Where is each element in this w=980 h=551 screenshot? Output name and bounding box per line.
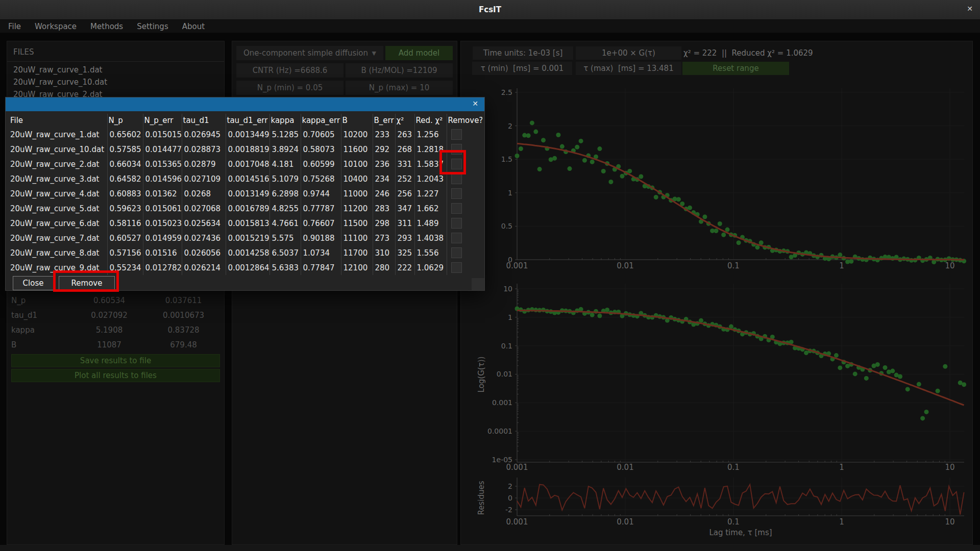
svg-text:10: 10	[945, 517, 954, 527]
menu-item-workspace[interactable]: Workspace	[35, 22, 77, 31]
fit-table-value-cell: 0.015015	[143, 127, 182, 142]
fit-table-value-cell: 0.02879	[182, 157, 226, 171]
residuals-ylabel: Residues	[477, 481, 486, 515]
file-list-item[interactable]: 20uW_raw_curve_10.dat	[7, 76, 224, 88]
g-scale-field[interactable]: 1e+00 × G(τ)	[576, 46, 681, 60]
fit-table-row: 20uW_raw_curve_2.dat0.660340.0153650.028…	[9, 157, 482, 171]
fit-table-file-cell: 20uW_raw_curve_1.dat	[9, 127, 107, 142]
fit-table-value-cell: 234	[373, 171, 395, 186]
fit-table-value-cell: 4.7661	[270, 216, 301, 231]
result-param-error: 679.48	[147, 338, 220, 353]
fit-table-value-cell: 298	[373, 216, 395, 231]
fit-table-value-cell: 1.0734	[301, 245, 341, 260]
plot-all-results-button[interactable]: Plot all results to files	[11, 369, 220, 382]
chi-squared-readout: χ² = 222 || Reduced χ² = 1.0629	[683, 46, 813, 60]
remove-checkbox-row-8[interactable]	[451, 233, 462, 243]
remove-checkbox-row-4[interactable]	[451, 173, 462, 184]
fit-table-value-cell: 0.015061	[143, 201, 182, 216]
svg-text:0.0001: 0.0001	[487, 427, 512, 435]
file-list-item[interactable]: 20uW_raw_curve_1.dat	[7, 64, 224, 76]
fit-table-value-cell: 0.015023	[143, 216, 182, 231]
dialog-resize-grip[interactable]	[472, 278, 484, 290]
fit-table-value-cell: 0.60527	[107, 231, 143, 245]
fit-table-value-cell: 0.027068	[182, 201, 226, 216]
menu-item-settings[interactable]: Settings	[137, 22, 168, 31]
save-results-button[interactable]: Save results to file	[11, 354, 220, 367]
svg-text:0.1: 0.1	[727, 463, 740, 472]
fit-table-value-cell: 280	[373, 260, 395, 275]
svg-text:0.001: 0.001	[492, 398, 512, 407]
window-close-icon[interactable]: ✕	[967, 5, 973, 12]
plot-panel: Time units: 1e-03 [s] 1e+00 × G(τ) χ² = …	[460, 41, 973, 545]
fit-table-value-cell: 233	[373, 127, 395, 142]
fit-table-value-cell: 252	[395, 171, 414, 186]
fit-table-value-cell: 0.90188	[301, 231, 341, 245]
np-min-field[interactable]: N_p (min) = 0.05	[236, 81, 344, 95]
close-button[interactable]: Close	[13, 276, 54, 290]
add-model-button[interactable]: Add model	[385, 46, 453, 60]
fit-table-value-cell: 11100	[341, 231, 373, 245]
fit-table-column-header: Remove?	[447, 114, 482, 127]
fit-table-column-header: B	[341, 114, 373, 127]
result-param-name: kappa	[11, 323, 71, 338]
remove-checkbox-row-10[interactable]	[451, 262, 462, 273]
fit-table-value-cell: 0.026214	[182, 260, 226, 275]
fit-table-value-cell: 1.4038	[414, 231, 447, 245]
fit-table-value-cell: 11500	[341, 216, 373, 231]
remove-checkbox-row-9[interactable]	[451, 247, 462, 258]
svg-text:2: 2	[508, 122, 512, 130]
menu-item-file[interactable]: File	[8, 22, 21, 31]
fit-table-value-cell: 0.77787	[301, 201, 341, 216]
cntr-field[interactable]: CNTR (Hz) =6688.6	[236, 63, 344, 78]
fit-table-value-cell: 4.8255	[270, 201, 301, 216]
model-param-row-2: N_p (min) = 0.05 N_p (max) = 10	[236, 81, 453, 95]
fit-table-value-cell: 1.556	[414, 245, 447, 260]
fit-table-column-header: kappa_err	[301, 114, 341, 127]
fit-table-value-cell: 0.0018819	[226, 142, 270, 157]
fit-table-remove-cell	[447, 245, 482, 260]
residuals-plot: 20-20.0010.010.1110ResiduesLag time, τ […	[477, 478, 964, 537]
remove-checkbox-row-1[interactable]	[451, 129, 462, 140]
brightness-field[interactable]: B (Hz/MOL) =12109	[346, 63, 453, 78]
svg-text:0.001: 0.001	[506, 261, 528, 270]
svg-text:0.1: 0.1	[727, 517, 740, 527]
fit-table-column-header: File	[9, 114, 107, 127]
dialog-close-icon[interactable]: ✕	[472, 100, 478, 107]
fit-table-value-cell: 0.0015813	[226, 216, 270, 231]
dialog-titlebar[interactable]: ✕	[6, 97, 484, 111]
result-param-error: 0.83728	[147, 323, 220, 338]
fit-results-block: N_p0.605340.037611tau_d10.0270920.001067…	[7, 293, 224, 382]
fit-table-value-cell: 0.0015219	[226, 231, 270, 245]
model-param-row-1: CNTR (Hz) =6688.6 B (Hz/MOL) =12109	[236, 63, 453, 78]
remove-checkbox-row-7[interactable]	[451, 218, 462, 229]
svg-text:2: 2	[508, 482, 512, 490]
fit-table-value-cell: 236	[373, 157, 395, 171]
window-titlebar[interactable]: FcsIT ✕	[0, 0, 980, 20]
fit-table-row: 20uW_raw_curve_8.dat0.571560.015160.0260…	[9, 245, 482, 260]
fit-table-value-cell: 0.012782	[143, 260, 182, 275]
fit-table-value-cell: 5.1079	[270, 171, 301, 186]
fit-table-value-cell: 293	[395, 231, 414, 245]
svg-text:10: 10	[945, 463, 954, 472]
correlation-plots[interactable]: 2.521.510.500.0010.010.11101010.10.010.0…	[461, 72, 973, 545]
fit-table-value-cell: 0.77847	[301, 260, 341, 275]
fit-table-value-cell: 325	[395, 245, 414, 260]
menu-item-methods[interactable]: Methods	[90, 22, 123, 31]
remove-checkbox-row-5[interactable]	[451, 188, 462, 199]
np-max-field[interactable]: N_p (max) = 10	[346, 81, 453, 95]
menu-item-about[interactable]: About	[182, 22, 205, 31]
fit-table-value-cell: 0.64582	[107, 171, 143, 186]
remove-checkbox-row-6[interactable]	[451, 203, 462, 214]
fit-table-value-cell: 0.0013149	[226, 186, 270, 201]
fit-table-remove-cell	[447, 127, 482, 142]
fit-table-value-cell: 331	[395, 157, 414, 171]
files-panel-title: FILES	[7, 41, 224, 62]
model-select[interactable]: One-component simple diffusion ▼	[236, 46, 383, 60]
result-row: tau_d10.0270920.0010673	[11, 308, 220, 323]
time-units-field[interactable]: Time units: 1e-03 [s]	[473, 46, 573, 60]
fit-table-value-cell: 0.58073	[301, 142, 341, 157]
fit-table-column-header: N_p	[107, 114, 143, 127]
svg-text:10: 10	[503, 285, 512, 293]
svg-text:0.01: 0.01	[497, 370, 512, 378]
fit-results-table: FileN_pN_p_errtau_d1tau_d1_errkappakappa…	[9, 114, 482, 275]
